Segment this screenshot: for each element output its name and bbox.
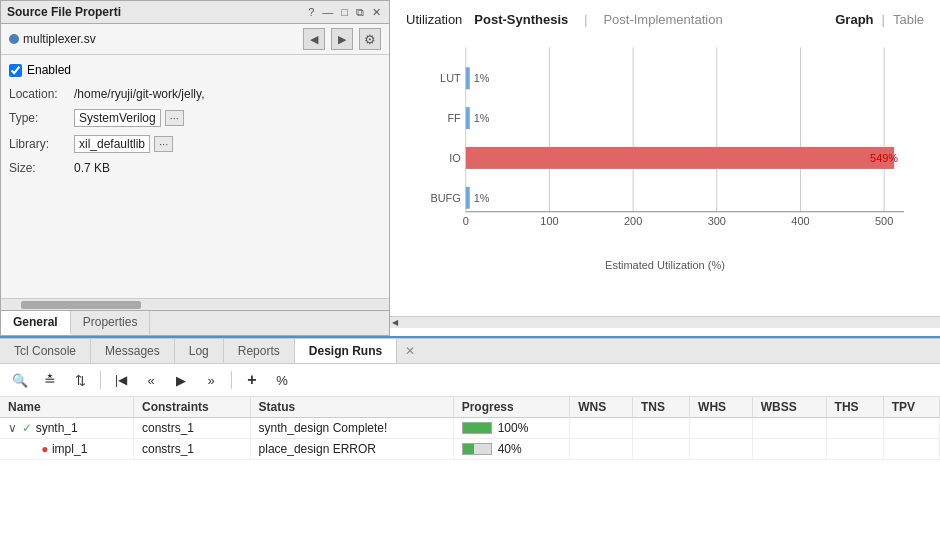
- sort-button[interactable]: ≛: [38, 368, 62, 392]
- progress-text: 100%: [498, 421, 529, 435]
- tab-properties[interactable]: Properties: [71, 311, 151, 335]
- table-view-tab[interactable]: Table: [893, 12, 924, 27]
- source-file-properties-panel: Source File Properti ? — □ ⧉ ✕ multiplex…: [0, 0, 390, 336]
- wbss-cell: [752, 439, 826, 460]
- tab-messages[interactable]: Messages: [91, 339, 175, 363]
- chart-header-left: Utilization Post-Synthesis | Post-Implem…: [406, 12, 723, 27]
- tab-reports[interactable]: Reports: [224, 339, 295, 363]
- tab-separator: |: [584, 13, 587, 27]
- nav-forward-button[interactable]: ▶: [331, 28, 353, 50]
- svg-text:0: 0: [463, 215, 469, 227]
- minimize-btn[interactable]: —: [320, 6, 335, 18]
- next-button[interactable]: »: [199, 368, 223, 392]
- scrollbar-thumb[interactable]: [21, 301, 141, 309]
- view-separator: |: [882, 12, 885, 27]
- chart-area: LUT FF IO BUFG 1% 1% 549% 1% 0 100: [406, 37, 924, 316]
- restore-btn[interactable]: ⧉: [354, 6, 366, 19]
- tree-expand-icon[interactable]: ∨: [8, 421, 17, 435]
- location-label: Location:: [9, 87, 74, 101]
- first-button[interactable]: |◀: [109, 368, 133, 392]
- col-tpv: TPV: [883, 397, 939, 418]
- file-dot-icon: [9, 34, 19, 44]
- size-value: 0.7 KB: [74, 161, 381, 175]
- settings-button[interactable]: ⚙: [359, 28, 381, 50]
- svg-rect-17: [466, 187, 470, 209]
- svg-text:1%: 1%: [474, 112, 490, 124]
- toolbar-separator-2: [231, 371, 232, 389]
- chart-scrollbar[interactable]: ◀: [390, 316, 940, 328]
- enabled-checkbox[interactable]: [9, 64, 22, 77]
- svg-text:BUFG: BUFG: [430, 192, 460, 204]
- scroll-left-arrow[interactable]: ◀: [390, 318, 400, 327]
- name-cell: ● impl_1: [0, 439, 133, 460]
- svg-text:200: 200: [624, 215, 642, 227]
- svg-rect-11: [466, 67, 470, 89]
- tab-tcl-console[interactable]: Tcl Console: [0, 339, 91, 363]
- utilization-chart: LUT FF IO BUFG 1% 1% 549% 1% 0 100: [406, 37, 924, 257]
- filter-button[interactable]: ⇅: [68, 368, 92, 392]
- library-row: Library: xil_defaultlib ···: [9, 135, 381, 153]
- help-btn[interactable]: ?: [306, 6, 316, 18]
- col-tns: TNS: [632, 397, 689, 418]
- size-label: Size:: [9, 161, 74, 175]
- name-cell: ∨ ✓ synth_1: [0, 418, 133, 439]
- type-value: SystemVerilog: [74, 109, 161, 127]
- file-name-row: multiplexer.sv: [9, 32, 297, 46]
- svg-text:FF: FF: [447, 112, 461, 124]
- status-cell: place_design ERROR: [250, 439, 453, 460]
- table-row[interactable]: ∨ ✓ synth_1 constrs_1 synth_design Compl…: [0, 418, 940, 439]
- close-btn[interactable]: ✕: [370, 6, 383, 19]
- panel-title: Source File Properti: [7, 5, 121, 19]
- post-synthesis-tab[interactable]: Post-Synthesis: [474, 12, 568, 27]
- library-label: Library:: [9, 137, 74, 151]
- tab-log[interactable]: Log: [175, 339, 224, 363]
- nav-back-button[interactable]: ◀: [303, 28, 325, 50]
- search-button[interactable]: 🔍: [8, 368, 32, 392]
- col-constraints: Constraints: [133, 397, 250, 418]
- progress-text: 40%: [498, 442, 522, 456]
- col-wns: WNS: [570, 397, 633, 418]
- svg-rect-15: [466, 147, 894, 169]
- type-label: Type:: [9, 111, 74, 125]
- progress-bar: [462, 443, 492, 455]
- location-value: /home/ryuji/git-work/jelly,: [74, 87, 381, 101]
- constraints-cell: constrs_1: [133, 418, 250, 439]
- titlebar-controls: ? — □ ⧉ ✕: [306, 6, 383, 19]
- enabled-label: Enabled: [27, 63, 71, 77]
- type-field: SystemVerilog ···: [74, 109, 184, 127]
- table-row[interactable]: ● impl_1 constrs_1 place_design ERROR 40…: [0, 439, 940, 460]
- col-wbss: WBSS: [752, 397, 826, 418]
- percent-button[interactable]: %: [270, 368, 294, 392]
- horizontal-scrollbar[interactable]: [1, 298, 389, 310]
- constraints-cell: constrs_1: [133, 439, 250, 460]
- svg-text:500: 500: [875, 215, 893, 227]
- run-button[interactable]: ▶: [169, 368, 193, 392]
- panel-toolbar: multiplexer.sv ◀ ▶ ⚙: [1, 24, 389, 55]
- svg-text:300: 300: [708, 215, 726, 227]
- type-dots-button[interactable]: ···: [165, 110, 184, 126]
- col-ths: THS: [826, 397, 883, 418]
- chart-panel: Utilization Post-Synthesis | Post-Implem…: [390, 0, 940, 336]
- library-dots-button[interactable]: ···: [154, 136, 173, 152]
- maximize-btn[interactable]: □: [339, 6, 350, 18]
- graph-view-tab[interactable]: Graph: [835, 12, 873, 27]
- table-header-row: Name Constraints Status Progress WNS TNS…: [0, 397, 940, 418]
- tab-general[interactable]: General: [1, 311, 71, 335]
- svg-text:IO: IO: [449, 152, 461, 164]
- close-design-runs-tab[interactable]: ✕: [397, 340, 423, 362]
- tab-design-runs[interactable]: Design Runs: [295, 339, 397, 363]
- run-name: impl_1: [52, 442, 87, 456]
- location-row: Location: /home/ryuji/git-work/jelly,: [9, 87, 381, 101]
- progress-bar: [462, 422, 492, 434]
- whs-cell: [690, 439, 753, 460]
- panel-tabs: General Properties: [1, 310, 389, 335]
- svg-text:1%: 1%: [474, 72, 490, 84]
- bottom-toolbar: 🔍 ≛ ⇅ |◀ « ▶ » + %: [0, 364, 940, 397]
- library-value: xil_defaultlib: [74, 135, 150, 153]
- run-name: synth_1: [36, 421, 78, 435]
- chart-header: Utilization Post-Synthesis | Post-Implem…: [406, 12, 924, 27]
- add-button[interactable]: +: [240, 368, 264, 392]
- post-impl-tab[interactable]: Post-Implementation: [603, 12, 722, 27]
- bottom-panel: Tcl Console Messages Log Reports Design …: [0, 338, 940, 548]
- prev-button[interactable]: «: [139, 368, 163, 392]
